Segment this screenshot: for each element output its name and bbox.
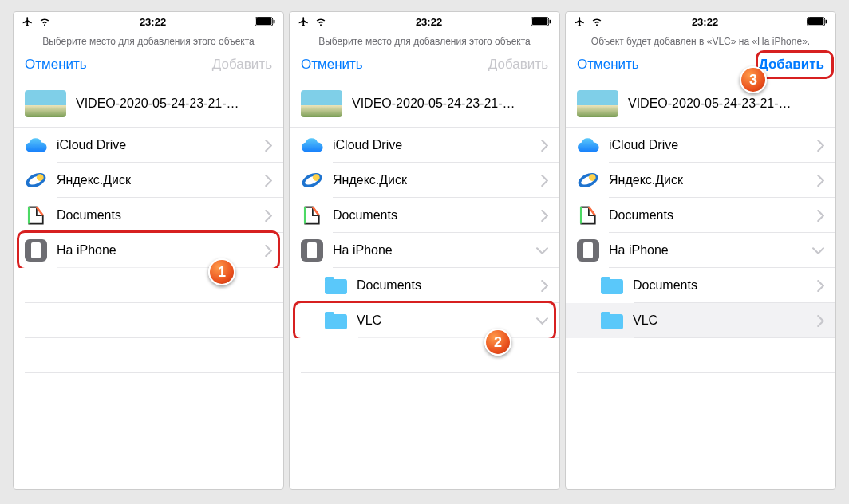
- status-bar: 23:22: [566, 12, 835, 31]
- empty-row: [566, 443, 835, 478]
- file-row: VIDEO-2020-05-24-23-21-…: [566, 81, 835, 127]
- location-row-folder[interactable]: VLC: [566, 303, 835, 338]
- location-label: iCloud Drive: [57, 138, 255, 152]
- chevron-right-icon: [541, 175, 548, 187]
- cancel-button[interactable]: Отменить: [25, 57, 87, 73]
- chevron-right-icon: [817, 280, 824, 292]
- picker-instruction: Выберите место для добавления этого объе…: [14, 31, 283, 52]
- location-list: iCloud DriveЯндекс.ДискDocumentsНа iPhon…: [566, 127, 835, 478]
- folder-icon: [325, 277, 347, 294]
- location-row-yandex[interactable]: Яндекс.Диск: [14, 163, 283, 198]
- svg-point-3: [26, 172, 46, 189]
- empty-row: [14, 373, 283, 408]
- chevron-down-icon: [812, 247, 824, 254]
- svg-point-4: [37, 174, 44, 181]
- status-time: 23:22: [140, 16, 166, 28]
- location-label: Documents: [333, 208, 531, 222]
- file-row: VIDEO-2020-05-24-23-21-…: [290, 81, 559, 127]
- location-row-icloud[interactable]: iCloud Drive: [290, 128, 559, 163]
- location-row-documents[interactable]: Documents: [566, 198, 835, 233]
- empty-row: [566, 338, 835, 373]
- location-label: VLC: [357, 313, 527, 328]
- phone-screen-1: 23:22Выберите место для добавления этого…: [13, 11, 284, 490]
- location-list: iCloud DriveЯндекс.ДискDocumentsНа iPhon…: [290, 127, 559, 478]
- location-label: Documents: [357, 278, 531, 293]
- icloud-icon: [25, 137, 47, 153]
- chevron-right-icon: [541, 210, 548, 222]
- icloud-icon: [577, 137, 599, 153]
- svg-point-9: [313, 174, 320, 181]
- location-label: iCloud Drive: [333, 138, 531, 152]
- location-row-iphone[interactable]: На iPhone1: [14, 233, 283, 268]
- battery-icon: [255, 17, 275, 26]
- empty-row: [290, 373, 559, 408]
- location-label: Яндекс.Диск: [57, 173, 255, 187]
- file-name-label: VIDEO-2020-05-24-23-21-…: [628, 96, 792, 111]
- location-label: Яндекс.Диск: [333, 173, 531, 187]
- location-row-icloud[interactable]: iCloud Drive: [14, 128, 283, 163]
- svg-rect-12: [826, 20, 827, 24]
- add-button: Добавить: [488, 57, 548, 73]
- chevron-right-icon: [265, 175, 272, 187]
- empty-row: [290, 443, 559, 478]
- location-row-icloud[interactable]: iCloud Drive: [566, 128, 835, 163]
- status-time: 23:22: [416, 16, 442, 28]
- folder-icon: [601, 277, 623, 294]
- chevron-right-icon: [817, 140, 824, 152]
- svg-rect-1: [256, 18, 271, 25]
- documents-app-icon: [301, 204, 323, 226]
- video-thumbnail: [25, 90, 66, 117]
- svg-rect-7: [550, 20, 551, 24]
- phone-screen-2: 23:22Выберите место для добавления этого…: [289, 11, 560, 490]
- chevron-right-icon: [817, 315, 824, 327]
- svg-point-14: [589, 174, 596, 181]
- add-button[interactable]: Добавить: [759, 57, 824, 73]
- location-row-iphone[interactable]: На iPhone: [290, 233, 559, 268]
- folder-icon: [325, 312, 347, 329]
- location-label: VLC: [633, 313, 808, 328]
- location-label: Documents: [609, 208, 808, 222]
- video-thumbnail: [577, 90, 618, 117]
- status-bar: 23:22: [14, 12, 283, 31]
- svg-rect-2: [274, 20, 275, 24]
- chevron-down-icon: [536, 317, 548, 325]
- empty-row: [566, 373, 835, 408]
- battery-icon: [807, 17, 827, 26]
- chevron-right-icon: [265, 210, 272, 222]
- chevron-right-icon: [265, 140, 272, 152]
- location-row-folder[interactable]: VLC2: [290, 303, 559, 338]
- chevron-right-icon: [817, 210, 824, 222]
- yandex-disk-icon: [577, 169, 599, 191]
- chevron-right-icon: [541, 140, 548, 152]
- cancel-button[interactable]: Отменить: [301, 57, 363, 73]
- on-iphone-icon: [577, 239, 599, 262]
- empty-row: [290, 338, 559, 373]
- chevron-down-icon: [536, 247, 548, 254]
- location-row-yandex[interactable]: Яндекс.Диск: [566, 163, 835, 198]
- step-badge: 2: [484, 329, 511, 356]
- svg-point-8: [302, 172, 322, 189]
- picker-instruction: Выберите место для добавления этого объе…: [290, 31, 559, 52]
- nav-bar: ОтменитьДобавить: [14, 52, 283, 81]
- step-badge: 1: [208, 258, 235, 285]
- wifi-icon: [590, 17, 603, 26]
- location-label: На iPhone: [333, 243, 527, 258]
- location-row-iphone[interactable]: На iPhone: [566, 233, 835, 268]
- location-row-folder[interactable]: Documents: [566, 268, 835, 303]
- location-label: Documents: [57, 208, 255, 222]
- cancel-button[interactable]: Отменить: [577, 57, 639, 73]
- location-row-yandex[interactable]: Яндекс.Диск: [290, 163, 559, 198]
- empty-row: [14, 268, 283, 303]
- add-button: Добавить: [212, 57, 272, 73]
- location-row-documents[interactable]: Documents: [14, 198, 283, 233]
- folder-icon: [601, 312, 623, 329]
- phone-screen-3: 23:22Объект будет добавлен в «VLC» на «Н…: [565, 11, 836, 490]
- location-label: iCloud Drive: [609, 138, 808, 152]
- wifi-icon: [38, 17, 51, 26]
- location-list: iCloud DriveЯндекс.ДискDocumentsНа iPhon…: [14, 127, 283, 408]
- video-thumbnail: [301, 90, 342, 117]
- location-row-documents[interactable]: Documents: [290, 198, 559, 233]
- location-row-folder[interactable]: Documents: [290, 268, 559, 303]
- empty-row: [290, 408, 559, 443]
- location-label: На iPhone: [57, 243, 255, 258]
